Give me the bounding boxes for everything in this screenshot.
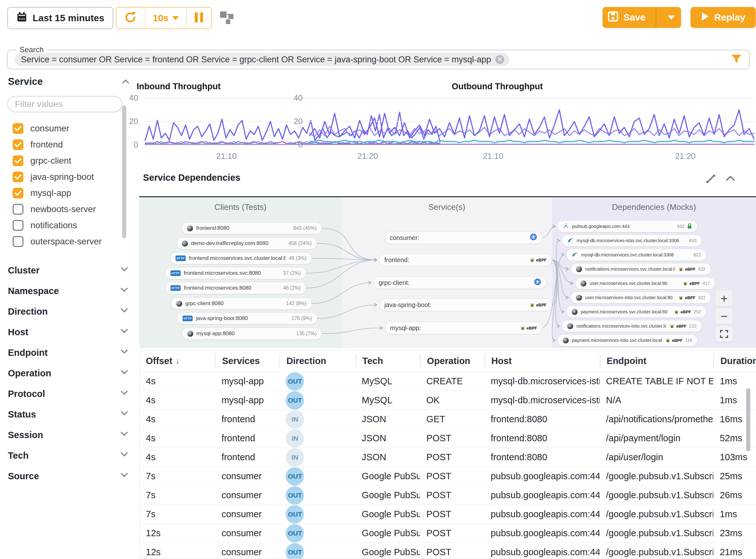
checkbox-checked[interactable] [13, 123, 23, 134]
zoom-in-button[interactable]: + [715, 291, 733, 307]
checkbox-checked[interactable] [13, 155, 23, 166]
mock-node[interactable]: user.microservices-istio.svc.cluster.loc… [571, 292, 711, 304]
service-option-mysql-app[interactable]: mysql-app [13, 185, 102, 201]
mock-node[interactable]: user.microservices.svc.cluster.local:80e… [575, 277, 715, 289]
table-row[interactable]: 4smysql-appOUTMySQLOKmysql-db.microservi… [140, 390, 756, 409]
option-label: java-spring-boot [30, 172, 94, 182]
service-option-java-spring-boot[interactable]: java-spring-boot [13, 169, 102, 185]
collapse-chevron-icon[interactable] [726, 175, 735, 182]
mock-node[interactable]: pubsub.googleapis.com:443832 [557, 220, 698, 232]
service-node[interactable]: java-spring-boot:eBPF [379, 298, 552, 311]
mock-node[interactable]: mysql-db.microservices.svc.cluster.local… [566, 249, 706, 261]
client-node[interactable]: HTTPfrontend.microservices:808046 (2%) [165, 282, 306, 294]
direction-badge: IN [286, 429, 304, 448]
checkbox-checked[interactable] [13, 139, 23, 150]
sidebar-section-source[interactable]: Source [0, 466, 133, 487]
client-node[interactable]: demo-dev.trafficreplay.com:8080458 (24%) [176, 238, 317, 249]
filter-values-input[interactable] [7, 96, 122, 112]
graph-zoom-controls: + − [715, 291, 733, 342]
fullscreen-button[interactable] [715, 326, 733, 342]
zoom-out-button[interactable]: − [715, 308, 733, 324]
table-row[interactable]: 7sconsumerOUTGoogle PubSubPOSTpubsub.goo… [140, 505, 756, 523]
table-scrollbar[interactable] [746, 388, 750, 451]
save-main[interactable]: Save [603, 11, 651, 24]
cell-host: pubsub.googleapis.com:443 [484, 509, 600, 519]
checkbox-unchecked[interactable] [13, 236, 23, 247]
interval-dropdown[interactable]: 10s [145, 7, 186, 28]
table-row[interactable]: 12sconsumerOUTGoogle PubSubPOSTpubsub.go… [140, 523, 756, 542]
table-row[interactable]: 7sconsumerOUTGoogle PubSubPOSTpubsub.goo… [140, 467, 756, 486]
column-header-operation[interactable]: Operation [420, 354, 484, 368]
sidebar-section-cluster[interactable]: Cluster [0, 260, 133, 281]
sidebar-section-namespace[interactable]: Namespace [0, 281, 133, 301]
sidebar-section-status[interactable]: Status [0, 404, 133, 425]
time-range-button[interactable]: Last 15 minutes [7, 7, 113, 29]
refresh-button[interactable] [116, 7, 145, 28]
service-node[interactable]: frontend:eBPF [379, 253, 552, 266]
mock-node[interactable]: mysql-db.microservices-istio.svc.cluster… [562, 234, 702, 247]
sidebar-section-operation[interactable]: Operation [0, 363, 133, 384]
column-header-services[interactable]: Services [215, 354, 279, 368]
service-option-newboots-server[interactable]: newboots-server [13, 201, 102, 217]
client-node[interactable]: HTTPjava-spring-boot:8080176 (9%) [177, 312, 317, 325]
service-option-outerspace-server[interactable]: outerspace-server [13, 233, 102, 249]
sidebar-section-session[interactable]: Session [0, 425, 133, 445]
save-dropdown[interactable] [661, 16, 681, 20]
mock-node[interactable]: notifications.microservices.svc.cluster.… [571, 263, 711, 275]
table-row[interactable]: 4smysql-appOUTMySQLCREATEmysql-db.micros… [140, 372, 756, 390]
search-filter-chip[interactable]: Service = consumer OR Service = frontend… [15, 53, 509, 66]
client-node[interactable]: mysql-app:8080135 (7%) [182, 328, 322, 340]
cell-offset: 7s [140, 490, 215, 500]
column-header-duration[interactable]: Duration [713, 354, 756, 368]
service-option-grpc-client[interactable]: grpc-client [13, 153, 102, 169]
pause-button[interactable] [186, 7, 211, 28]
checkbox-unchecked[interactable] [13, 204, 23, 215]
service-map-icon[interactable] [219, 9, 235, 27]
table-row[interactable]: 12sconsumerOUTGoogle PubSubPOSTpubsub.go… [140, 542, 756, 559]
expand-icon[interactable] [705, 173, 717, 186]
column-header-tech[interactable]: Tech [356, 354, 420, 368]
replay-button[interactable]: Replay [690, 7, 756, 28]
cell-host: frontend:8080 [484, 452, 600, 463]
cell-endpoint: /api/notifications/prometheus [600, 414, 714, 424]
filter-funnel-icon[interactable] [731, 54, 742, 66]
service-node[interactable]: mysql-app:eBPF [385, 321, 542, 334]
client-node[interactable]: HTTPfrontend.microservices.svc:808037 (2… [165, 267, 306, 279]
client-node[interactable]: frontend:8080843 (45%) [182, 222, 322, 234]
mock-node[interactable]: payment.microservices-istio.svc.cluster.… [557, 334, 698, 346]
table-row[interactable]: 4sfrontendINJSONGETfrontend:8080/api/not… [140, 409, 756, 429]
y-axis-label: 40 [119, 93, 138, 103]
checkbox-unchecked[interactable] [13, 220, 23, 231]
mock-node[interactable]: payment.microservices.svc.cluster.local:… [566, 306, 706, 318]
table-row[interactable]: 7sconsumerOUTGoogle PubSubPOSTpubsub.goo… [140, 486, 756, 505]
table-row[interactable]: 4sfrontendINJSONPOSTfrontend:8080/api/pa… [140, 429, 756, 448]
sidebar-section-endpoint[interactable]: Endpoint [0, 342, 133, 363]
checkbox-checked[interactable] [13, 188, 23, 199]
cell-tech: MySQL [356, 376, 420, 386]
service-option-frontend[interactable]: frontend [13, 136, 102, 153]
column-header-host[interactable]: Host [484, 354, 600, 368]
table-row[interactable]: 4sfrontendINJSONPOSTfrontend:8080/api/us… [140, 448, 756, 467]
client-node[interactable]: HTTPfrontend.microservices.svc.cluster.l… [170, 252, 312, 264]
sidebar-section-direction[interactable]: Direction [0, 301, 133, 322]
sidebar-section-host[interactable]: Host [0, 322, 133, 342]
checkbox-checked[interactable] [13, 172, 23, 182]
column-header-direction[interactable]: Direction [279, 354, 355, 368]
chevron-up-icon[interactable] [122, 79, 129, 85]
service-node[interactable]: consumer: [384, 231, 542, 244]
cell-host: frontend:8080 [484, 433, 600, 444]
client-node[interactable]: grpc-client:8080142 (8%) [171, 297, 312, 310]
service-option-notifications[interactable]: notifications [13, 217, 102, 233]
column-header-endpoint[interactable]: Endpoint [600, 354, 714, 368]
cell-operation: POST [420, 490, 484, 500]
service-option-consumer[interactable]: consumer [13, 120, 102, 136]
save-button[interactable]: Save [603, 7, 681, 28]
sidebar-section-tech[interactable]: Tech [0, 445, 133, 466]
sidebar-section-protocol[interactable]: Protocol [0, 384, 133, 404]
cell-endpoint: N/A [600, 395, 714, 405]
search-input[interactable]: Search Service = consumer OR Service = f… [7, 50, 750, 69]
close-icon[interactable]: ✕ [495, 55, 504, 64]
service-node[interactable]: grpc-client: [373, 276, 547, 289]
column-header-offset[interactable]: Offset↓ [140, 354, 215, 368]
mock-node[interactable]: notifications.microservices-istio.svc.cl… [562, 320, 702, 332]
